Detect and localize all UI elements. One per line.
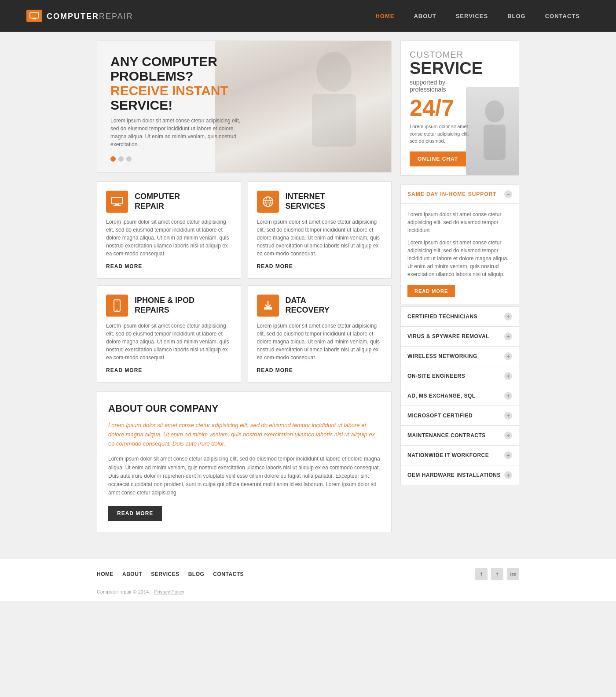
svg-point-3 (316, 52, 352, 92)
accordion-label-4: AD, MS EXCHANGE, SQL (407, 393, 476, 399)
data-recovery-icon (257, 295, 279, 317)
iphone-repairs-icon (106, 295, 128, 317)
accordion-header-7[interactable]: NATIONWIDE IT WORKFORCE + (401, 446, 519, 465)
computer-repair-icon (106, 191, 128, 213)
online-chat-button[interactable]: ONLINE CHAT (410, 151, 466, 166)
accordion-label-6: MAINTENANCE CONTRACTS (407, 432, 486, 439)
nav-about[interactable]: ABOUT (404, 0, 446, 32)
service-card-computer: COMPUTER REPAIR Lorem ipsum dolor sit am… (97, 181, 241, 279)
accordion-item-8: OEM HARDWARE INSTALLATIONS + (401, 465, 519, 485)
rss-icon[interactable]: rss (507, 568, 519, 580)
nav-services[interactable]: SERVICES (446, 0, 498, 32)
accordion-header-4[interactable]: AD, MS EXCHANGE, SQL + (401, 386, 519, 406)
logo-text: COMPUTERREPAIR (47, 11, 133, 21)
logo: COMPUTERREPAIR (26, 10, 133, 22)
service-card-iphone: IPHONE & IPOD REPAIRS Lorem ipsum dolor … (97, 285, 241, 383)
same-day-toggle-icon: − (504, 190, 512, 198)
accordion-header-0[interactable]: CERTIFIED TECHNICIANS + (401, 307, 519, 326)
footer-link-blog[interactable]: BLOG (188, 571, 205, 577)
cs-service-label: SERVICE (410, 60, 510, 77)
footer-link-home[interactable]: HOME (97, 571, 114, 577)
accordion-label-5: MICROSOFT CERTIFIED (407, 413, 473, 419)
about-readmore-button[interactable]: READ MORE (108, 506, 162, 521)
about-section: ABOUT OUR COMPANY Lorem ipsum dolor sit … (97, 391, 392, 532)
service-card-header-data: DATA RECOVERY (257, 295, 383, 317)
service-desc-computer: Lorem ipsum dolor sit amet conse ctetur … (106, 218, 232, 258)
same-day-support: SAME DAY IN-HOME SUPPORT − Lorem ipsum d… (400, 184, 519, 304)
same-day-para2: Lorem ipsum dolor sit amet conse ctetur … (407, 239, 512, 278)
service-readmore-data[interactable]: READ MORE (257, 367, 293, 373)
service-card-header-computer: COMPUTER REPAIR (106, 191, 232, 213)
nav-home[interactable]: HOME (366, 0, 404, 32)
accordion-header-6[interactable]: MAINTENANCE CONTRACTS + (401, 426, 519, 445)
service-desc-iphone: Lorem ipsum dolor sit amet conse ctetur … (106, 322, 232, 361)
accordion-item-4: AD, MS EXCHANGE, SQL + (401, 386, 519, 406)
service-desc-internet: Lorem ipsum dolor sit amet conse ctetur … (257, 218, 383, 258)
accordion-icon-4: + (504, 392, 512, 400)
footer-nav: HOME ABOUT SERVICES BLOG CONTACTS f t rs… (97, 559, 519, 589)
accordion-header-2[interactable]: WIRELESS NETWORKING + (401, 347, 519, 366)
footer-link-about[interactable]: ABOUT (122, 571, 142, 577)
hero-description: Lorem ipsum dolor sit amet conse ctetur … (110, 117, 242, 148)
logo-icon (26, 10, 42, 22)
services-accordion: CERTIFIED TECHNICIANS + VIRUS & SPYWARE … (400, 306, 519, 485)
accordion-icon-8: + (504, 471, 512, 479)
service-readmore-iphone[interactable]: READ MORE (106, 367, 142, 373)
hero-dot-2[interactable] (118, 156, 124, 162)
main-nav: HOME ABOUT SERVICES BLOG CONTACTS (366, 0, 590, 32)
about-title: ABOUT OUR COMPANY (108, 403, 380, 414)
svg-rect-1 (33, 18, 36, 19)
hero-line1: ANY COMPUTER (110, 54, 217, 69)
hero-dots (110, 156, 132, 162)
service-card-internet: INTERNET SERVICES Lorem ipsum dolor sit … (248, 181, 392, 279)
internet-services-icon (257, 191, 279, 213)
same-day-content: Lorem ipsum dolor sit amet conse ctetur … (401, 203, 519, 304)
accordion-header-1[interactable]: VIRUS & SPYWARE REMOVAL + (401, 327, 519, 346)
main-content: ANY COMPUTER PROBLEMS? RECEIVE INSTANT S… (97, 32, 519, 550)
svg-rect-0 (30, 13, 39, 18)
footer-privacy[interactable]: Privacy Policy (154, 589, 184, 594)
footer-link-contacts[interactable]: CONTACTS (213, 571, 244, 577)
accordion-header-3[interactable]: ON-SITE ENGINEERS + (401, 366, 519, 386)
service-readmore-internet[interactable]: READ MORE (257, 263, 293, 269)
footer-link-services[interactable]: SERVICES (151, 571, 179, 577)
same-day-header[interactable]: SAME DAY IN-HOME SUPPORT − (401, 185, 519, 203)
facebook-icon[interactable]: f (475, 568, 488, 580)
service-desc-data: Lorem ipsum dolor sit amet conse ctetur … (257, 322, 383, 361)
accordion-header-8[interactable]: OEM HARDWARE INSTALLATIONS + (401, 465, 519, 485)
svg-point-10 (266, 197, 270, 207)
svg-rect-5 (112, 197, 122, 204)
svg-point-15 (117, 310, 118, 311)
service-title-data: DATA RECOVERY (286, 296, 330, 315)
twitter-icon[interactable]: t (491, 568, 503, 580)
left-column: ANY COMPUTER PROBLEMS? RECEIVE INSTANT S… (97, 41, 392, 541)
footer-links: HOME ABOUT SERVICES BLOG CONTACTS (97, 571, 244, 577)
nav-contacts[interactable]: CONTACTS (535, 0, 590, 32)
right-column: CUSTOMER SERVICE supported by profession… (400, 41, 519, 541)
hero-heading: ANY COMPUTER PROBLEMS? RECEIVE INSTANT S… (110, 54, 260, 112)
service-title-computer: COMPUTER REPAIR (135, 192, 180, 211)
accordion-item-7: NATIONWIDE IT WORKFORCE + (401, 446, 519, 465)
about-text: Lorem ipsum dolor sit amet conse ctetur … (108, 455, 380, 497)
same-day-readmore-button[interactable]: READ MORE (407, 285, 455, 297)
hero-content: ANY COMPUTER PROBLEMS? RECEIVE INSTANT S… (97, 41, 274, 168)
accordion-icon-1: + (504, 332, 512, 340)
cs-supported-text: supported by professionals (410, 79, 510, 93)
service-readmore-computer[interactable]: READ MORE (106, 263, 142, 269)
accordion-label-3: ON-SITE ENGINEERS (407, 373, 465, 379)
same-day-title: SAME DAY IN-HOME SUPPORT (407, 191, 497, 197)
logo-bold: COMPUTER (47, 12, 99, 21)
svg-rect-2 (32, 19, 37, 19)
service-title-internet: INTERNET SERVICES (286, 192, 326, 211)
hero-line2: PROBLEMS? (110, 69, 193, 83)
hero-dot-1[interactable] (110, 156, 116, 162)
footer: HOME ABOUT SERVICES BLOG CONTACTS f t rs… (0, 559, 616, 601)
nav-blog[interactable]: BLOG (498, 0, 535, 32)
accordion-header-5[interactable]: MICROSOFT CERTIFIED + (401, 406, 519, 425)
accordion-item-2: WIRELESS NETWORKING + (401, 347, 519, 366)
hero-dot-3[interactable] (126, 156, 132, 162)
cs-professionals: professionals (410, 86, 446, 93)
cs-supported-by: supported by (410, 79, 445, 86)
footer-copyright: Computer repair © 2014. (97, 589, 150, 594)
accordion-item-5: MICROSOFT CERTIFIED + (401, 406, 519, 426)
